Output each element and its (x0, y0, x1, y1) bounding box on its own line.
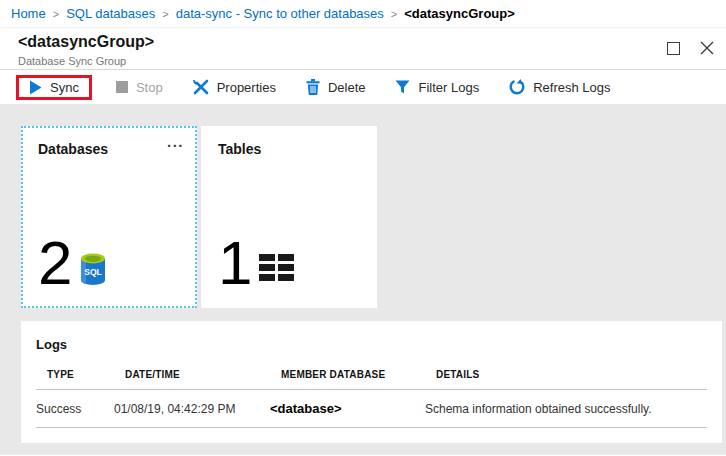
maximize-button[interactable] (664, 39, 682, 57)
window-controls (664, 39, 716, 57)
stop-button[interactable]: Stop (106, 75, 173, 100)
breadcrumb-separator: > (53, 8, 59, 20)
log-datetime: 01/08/19, 04:42:29 PM (114, 402, 270, 416)
log-type: Success (36, 402, 114, 416)
datasync-group-blade: Home > SQL databases > data-sync - Sync … (0, 0, 726, 455)
close-button[interactable] (698, 39, 716, 57)
tools-icon (193, 79, 209, 95)
log-row[interactable]: Success 01/08/19, 04:42:29 PM <database>… (36, 390, 707, 428)
tables-tile-title: Tables (218, 141, 360, 157)
delete-button[interactable]: Delete (296, 74, 376, 100)
delete-button-label: Delete (328, 80, 366, 95)
table-rows-icon (259, 254, 294, 281)
filter-icon (395, 80, 410, 94)
sync-button-label: Sync (50, 80, 79, 95)
play-icon (29, 80, 42, 95)
svg-text:SQL: SQL (85, 267, 102, 277)
refresh-icon (509, 79, 525, 95)
stop-icon (116, 81, 128, 93)
page-title: <datasyncGroup> (18, 32, 726, 52)
filter-logs-button[interactable]: Filter Logs (385, 75, 489, 100)
databases-count: 2 (38, 238, 72, 288)
logs-table-header: TYPE DATE/TIME MEMBER DATABASE DETAILS (36, 369, 707, 390)
breadcrumb-home[interactable]: Home (11, 6, 46, 21)
trash-icon (306, 79, 320, 95)
refresh-logs-button[interactable]: Refresh Logs (499, 74, 620, 100)
close-icon (700, 41, 714, 55)
column-header-member-database: MEMBER DATABASE (281, 369, 436, 380)
breadcrumb-current: <datasyncGroup> (404, 6, 515, 21)
properties-button-label: Properties (217, 80, 276, 95)
column-header-datetime: DATE/TIME (125, 369, 281, 380)
breadcrumb-sql-databases[interactable]: SQL databases (66, 6, 155, 21)
tables-count: 1 (218, 238, 252, 288)
log-member-database: <database> (270, 401, 425, 416)
tables-tile[interactable]: Tables 1 (201, 126, 377, 308)
column-header-type: TYPE (47, 369, 125, 380)
stop-button-label: Stop (136, 80, 163, 95)
sql-database-icon: SQL (79, 253, 107, 286)
column-header-details: DETAILS (436, 369, 707, 380)
command-bar: Sync Stop Properties Delete (0, 70, 726, 104)
tables-count-row: 1 (218, 238, 294, 288)
filter-logs-button-label: Filter Logs (418, 80, 479, 95)
blade-content: Databases ... 2 SQL Tables 1 (0, 104, 726, 455)
breadcrumb-separator: > (162, 8, 168, 20)
refresh-logs-button-label: Refresh Logs (533, 80, 610, 95)
page-subtitle: Database Sync Group (18, 55, 726, 67)
log-details: Schema information obtained successfully… (425, 402, 707, 416)
databases-count-row: 2 SQL (38, 238, 107, 288)
logs-panel: Logs TYPE DATE/TIME MEMBER DATABASE DETA… (21, 321, 722, 443)
breadcrumb: Home > SQL databases > data-sync - Sync … (0, 0, 726, 28)
logs-title: Logs (36, 337, 707, 352)
properties-button[interactable]: Properties (183, 74, 286, 100)
databases-tile[interactable]: Databases ... 2 SQL (21, 126, 197, 308)
blade-header: <datasyncGroup> Database Sync Group (0, 28, 726, 70)
maximize-icon (667, 42, 680, 55)
breadcrumb-data-sync[interactable]: data-sync - Sync to other databases (176, 6, 384, 21)
sync-button[interactable]: Sync (16, 75, 92, 100)
tile-context-menu-icon[interactable]: ... (167, 132, 184, 152)
summary-tiles: Databases ... 2 SQL Tables 1 (21, 126, 726, 308)
databases-tile-title: Databases (38, 141, 180, 157)
breadcrumb-separator: > (391, 8, 397, 20)
